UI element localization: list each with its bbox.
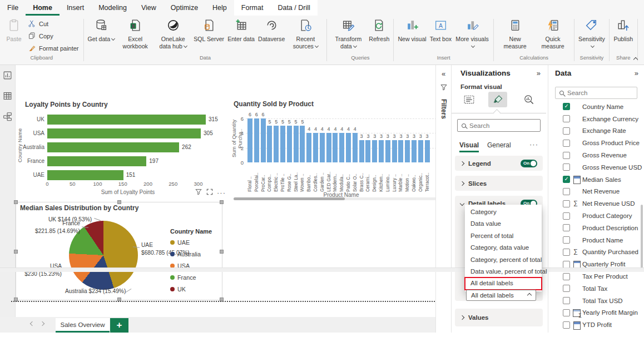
publish-button[interactable]: Publish — [612, 17, 635, 44]
field-checkbox[interactable] — [563, 140, 570, 147]
bar[interactable] — [274, 126, 279, 162]
format-search-box[interactable] — [457, 119, 541, 132]
expand-filters-icon[interactable]: « — [442, 70, 445, 78]
bar[interactable] — [379, 140, 384, 162]
excel-workbook-button[interactable]: X Excel workbook — [116, 17, 154, 51]
field-checkbox[interactable] — [563, 200, 570, 207]
sql-server-button[interactable]: SQL Server — [192, 17, 226, 44]
visual-quantity-sold-column-chart[interactable]: Quantity Sold by ProductSum of Quantity … — [229, 97, 442, 202]
field-checkbox[interactable] — [563, 321, 570, 329]
tab-visual[interactable]: Visual — [459, 141, 479, 152]
field-row[interactable]: Total Tax USD — [548, 295, 644, 307]
build-visual-icon[interactable] — [459, 92, 478, 107]
bar[interactable] — [398, 140, 403, 162]
dropdown-menu-item[interactable]: All detail labels — [465, 277, 542, 289]
field-row[interactable]: Median Sales — [548, 174, 644, 186]
selection-handle[interactable] — [117, 200, 121, 204]
bar[interactable] — [392, 140, 397, 162]
transform-data-button[interactable]: Transform data — [329, 17, 367, 51]
onelake-data-hub-button[interactable]: OneLake data hub — [154, 17, 192, 51]
bar[interactable] — [294, 126, 299, 162]
ribbon-tab[interactable]: View — [134, 0, 164, 16]
selection-handle[interactable] — [14, 200, 18, 204]
bar[interactable] — [306, 133, 311, 162]
data-search-box[interactable] — [555, 87, 637, 99]
field-row[interactable]: Country Name — [548, 101, 644, 113]
bar[interactable] — [372, 140, 377, 162]
field-row[interactable]: Exchange Currency — [548, 113, 644, 125]
table-view-icon[interactable] — [3, 91, 12, 103]
text-box-button[interactable]: A Text box — [428, 17, 453, 44]
data-search-input[interactable] — [567, 90, 623, 96]
field-checkbox[interactable] — [563, 309, 570, 316]
get-data-button[interactable]: Get data — [86, 17, 117, 44]
bar[interactable] — [47, 142, 179, 152]
visual-median-sales-pie-chart[interactable]: Median Sales Distribution by CountryUAE$… — [16, 202, 222, 300]
new-visual-button[interactable]: New visual — [396, 17, 428, 44]
ribbon-tab[interactable]: Insert — [60, 0, 91, 16]
field-row[interactable]: Gross Revenue USD — [548, 161, 644, 174]
bar[interactable] — [287, 126, 292, 162]
h-scrollbar-thumb[interactable] — [234, 197, 345, 200]
field-checkbox[interactable] — [563, 249, 570, 256]
add-page-button[interactable]: + — [110, 318, 128, 333]
field-row[interactable]: Net Revenue — [548, 186, 644, 198]
ribbon-tab[interactable]: Home — [26, 0, 60, 16]
data-pane-scrollbar[interactable] — [641, 205, 643, 268]
field-checkbox[interactable] — [563, 163, 570, 171]
bar[interactable] — [254, 118, 259, 162]
copy-button[interactable]: Copy — [26, 31, 81, 42]
bar[interactable] — [320, 133, 325, 162]
bar[interactable] — [47, 156, 146, 166]
bar[interactable] — [261, 118, 266, 162]
cut-button[interactable]: Cut — [26, 18, 81, 29]
field-row[interactable]: Total Tax — [548, 283, 644, 295]
ribbon-tab[interactable]: Help — [205, 0, 234, 16]
bar[interactable] — [247, 118, 252, 162]
ribbon-tab[interactable]: Modeling — [91, 0, 134, 16]
bar[interactable] — [300, 126, 305, 162]
dropdown-menu-item[interactable]: Data value, percent of total — [465, 266, 542, 277]
field-checkbox[interactable] — [563, 224, 570, 231]
analytics-icon[interactable] — [519, 92, 538, 107]
legend-item[interactable]: UAE — [170, 239, 190, 246]
bar[interactable] — [405, 140, 410, 162]
field-row[interactable]: Product Description — [548, 222, 644, 234]
field-row[interactable]: Exchange Rate — [548, 125, 644, 137]
tab-general[interactable]: General — [487, 141, 511, 149]
field-checkbox[interactable] — [563, 236, 570, 244]
field-row[interactable]: Tax Per Product — [548, 270, 644, 283]
bar[interactable] — [346, 133, 351, 162]
bar[interactable] — [412, 140, 417, 162]
model-view-icon[interactable] — [3, 112, 12, 123]
visual-loyalty-points-bar-chart[interactable]: Loyalty Points by CountryCountry NameUK3… — [16, 97, 222, 197]
field-row[interactable]: Yearly Profit Margin — [548, 307, 644, 319]
focus-mode-icon[interactable] — [206, 188, 214, 198]
format-search-input[interactable] — [469, 122, 525, 129]
ribbon-tab[interactable]: Optimize — [164, 0, 205, 16]
bar[interactable] — [47, 170, 123, 180]
field-checkbox[interactable] — [563, 261, 570, 268]
format-visual-icon[interactable] — [488, 92, 507, 107]
field-row[interactable]: Gross Product Price — [548, 137, 644, 149]
dataverse-button[interactable]: Dataverse — [256, 17, 286, 44]
bar[interactable] — [47, 128, 201, 138]
legend-item[interactable]: Australia — [170, 251, 201, 257]
bar[interactable] — [359, 140, 364, 162]
field-checkbox[interactable] — [563, 285, 570, 292]
bar[interactable] — [333, 133, 338, 162]
field-row[interactable]: Quantity Purchased — [548, 246, 644, 259]
field-checkbox[interactable] — [563, 152, 570, 159]
bar[interactable] — [267, 126, 272, 162]
dropdown-menu-item[interactable]: Category — [465, 206, 542, 218]
selection-handle[interactable] — [220, 200, 224, 204]
format-more-options-icon[interactable]: ··· — [529, 142, 538, 147]
sensitivity-button[interactable]: Sensitivity — [577, 17, 607, 51]
ribbon-tab[interactable]: File — [0, 0, 26, 16]
format-painter-button[interactable]: Format painter — [26, 43, 81, 54]
refresh-button[interactable]: Refresh — [367, 17, 391, 44]
field-checkbox[interactable] — [563, 176, 570, 183]
bar[interactable] — [339, 133, 344, 162]
section-values[interactable]: Values — [455, 309, 543, 326]
selection-handle[interactable] — [14, 250, 18, 254]
